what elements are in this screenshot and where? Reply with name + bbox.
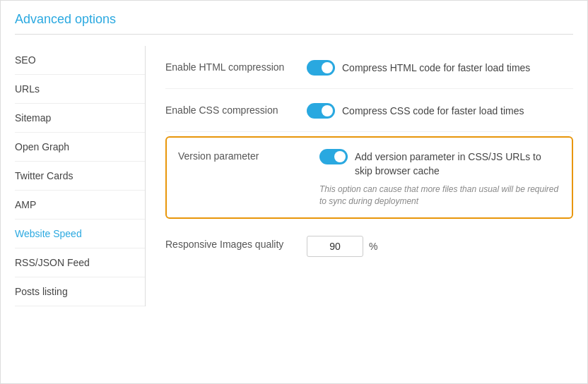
css-compression-label: Enable CSS compression	[165, 102, 293, 116]
html-compression-row: Enable HTML compression Compress HTML co…	[165, 46, 573, 89]
quality-input[interactable]	[307, 236, 363, 257]
quality-input-wrap: %	[307, 236, 377, 257]
sidebar-item-sitemap[interactable]: Sitemap	[15, 104, 145, 133]
responsive-images-control: %	[307, 236, 573, 257]
version-parameter-content: Add version parameter in CSS/JS URLs to …	[319, 148, 560, 208]
sidebar-item-urls[interactable]: URLs	[15, 75, 145, 104]
sidebar-item-amp[interactable]: AMP	[15, 191, 145, 220]
toggle-track	[319, 149, 348, 164]
html-compression-control: Compress HTML code for faster load times	[307, 59, 573, 76]
sidebar: SEO URLs Sitemap Open Graph Twitter Card…	[15, 46, 146, 306]
responsive-images-label: Responsive Images quality	[165, 236, 293, 250]
settings-content: Enable HTML compression Compress HTML co…	[146, 46, 573, 306]
quality-unit: %	[369, 241, 377, 252]
page-container: Advanced options SEO URLs Sitemap Open G…	[0, 0, 588, 384]
css-compression-control: Compress CSS code for faster load times	[307, 102, 573, 119]
version-parameter-note: This option can cause that more files th…	[319, 184, 560, 208]
version-parameter-description: Add version parameter in CSS/JS URLs to …	[355, 148, 560, 178]
sidebar-item-open-graph[interactable]: Open Graph	[15, 133, 145, 162]
toggle-thumb	[322, 105, 333, 116]
version-parameter-toggle[interactable]	[319, 149, 348, 164]
html-compression-label: Enable HTML compression	[165, 59, 293, 73]
sidebar-item-twitter-cards[interactable]: Twitter Cards	[15, 162, 145, 191]
html-compression-toggle[interactable]	[307, 60, 335, 76]
sidebar-item-posts-listing[interactable]: Posts listing	[15, 277, 145, 306]
main-layout: SEO URLs Sitemap Open Graph Twitter Card…	[15, 46, 573, 306]
css-compression-row: Enable CSS compression Compress CSS code…	[165, 89, 573, 132]
version-parameter-row: Version parameter Add version parameter …	[165, 136, 573, 219]
version-parameter-label: Version parameter	[178, 148, 305, 162]
css-compression-toggle[interactable]	[307, 103, 335, 119]
toggle-thumb	[334, 151, 346, 162]
toggle-track	[307, 103, 335, 119]
sidebar-item-rss-json-feed[interactable]: RSS/JSON Feed	[15, 248, 145, 277]
toggle-thumb	[322, 62, 333, 73]
page-title: Advanced options	[15, 12, 573, 35]
css-compression-description: Compress CSS code for faster load times	[342, 102, 524, 119]
html-compression-description: Compress HTML code for faster load times	[342, 59, 530, 76]
toggle-track	[307, 60, 335, 76]
sidebar-item-seo[interactable]: SEO	[15, 46, 145, 75]
version-parameter-inner: Version parameter Add version parameter …	[178, 148, 560, 208]
version-parameter-top: Add version parameter in CSS/JS URLs to …	[319, 148, 560, 178]
responsive-images-row: Responsive Images quality %	[165, 223, 573, 270]
sidebar-item-website-speed[interactable]: Website Speed	[15, 220, 145, 248]
